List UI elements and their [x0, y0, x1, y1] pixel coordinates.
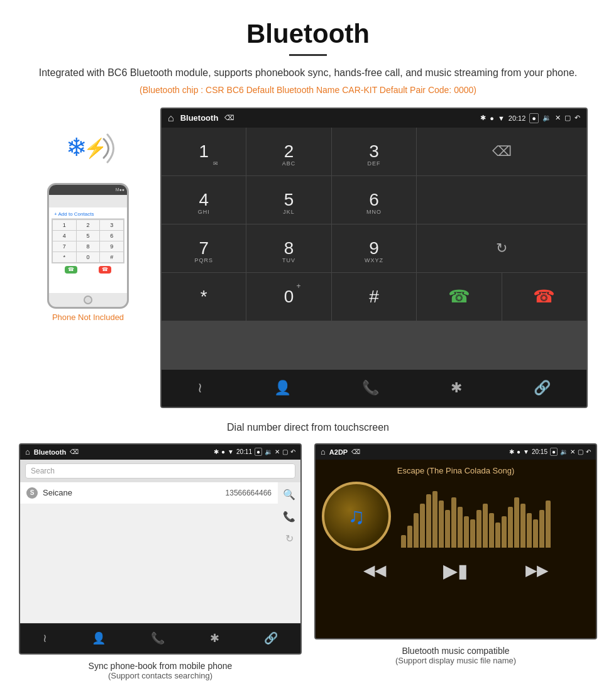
- pb-volume-icon[interactable]: 🔉: [265, 448, 272, 455]
- music-prev-icon[interactable]: ◀◀: [363, 562, 386, 579]
- pb-nav-phone[interactable]: 📞: [151, 631, 165, 645]
- music-screen: ⌂ A2DP ⌫ ✱ ● ▼ 20:15 ● 🔉 ✕ ▢ ↶ E: [314, 443, 597, 639]
- pb-nav-link[interactable]: 🔗: [264, 631, 278, 645]
- close-icon[interactable]: ✕: [555, 114, 561, 122]
- pb-window-icon[interactable]: ▢: [282, 448, 288, 455]
- music-camera-icon[interactable]: ●: [550, 448, 558, 456]
- dial-key-hash[interactable]: #: [332, 273, 416, 321]
- music-caption-sub: (Support display music file name): [314, 656, 597, 665]
- phonebook-action-col: 🔍 📞 ↻: [278, 482, 300, 545]
- eq-bar: [539, 510, 544, 548]
- dial-call-red[interactable]: ☎: [502, 273, 586, 321]
- pb-refresh-icon[interactable]: ↻: [285, 533, 294, 545]
- eq-bar: [489, 513, 494, 548]
- dial-key-5[interactable]: 5 JKL: [246, 176, 331, 224]
- music-statusbar-right: ✱ ● ▼ 20:15 ● 🔉 ✕ ▢ ↶: [509, 448, 591, 456]
- pb-phone-icon[interactable]: 📞: [283, 511, 295, 523]
- statusbar-left: ⌂ Bluetooth ⌫: [168, 113, 234, 124]
- music-home-icon[interactable]: ⌂: [321, 447, 326, 456]
- dial-section: ❄ ⚡ M●● + Add to Contacts 1 2 3: [0, 108, 616, 408]
- pb-close-icon[interactable]: ✕: [275, 448, 280, 455]
- back-icon[interactable]: ↶: [575, 114, 580, 122]
- eq-bar: [445, 510, 450, 548]
- phone-numpad: 1 2 3 4 5 6 7 8 9 * 0 #: [52, 219, 124, 263]
- nav-link-icon[interactable]: 🔗: [534, 380, 551, 396]
- music-back-icon[interactable]: ↶: [586, 448, 591, 455]
- page-title: Bluetooth: [38, 19, 578, 49]
- dial-key-7[interactable]: 7 PQRS: [162, 224, 246, 272]
- android-statusbar: ⌂ Bluetooth ⌫ ✱ ● ▼ 20:12 ● 🔉 ✕ ▢ ↶: [162, 109, 586, 128]
- search-input[interactable]: Search: [25, 463, 295, 479]
- nav-phone-icon[interactable]: 📞: [362, 380, 379, 396]
- music-play-pause-icon[interactable]: ▶▮: [443, 560, 468, 582]
- music-volume-icon[interactable]: 🔉: [560, 448, 568, 455]
- android-bottom-nav: ≀ 👤 📞 ✱ 🔗: [162, 369, 586, 407]
- pb-bottom-nav: ≀ 👤 📞 ✱ 🔗: [20, 623, 300, 653]
- eq-bar: [476, 510, 481, 548]
- music-controls: ◀◀ ▶▮ ▶▶: [322, 551, 590, 582]
- dial-key-9[interactable]: 9 WXYZ: [332, 224, 416, 272]
- music-song-title: Escape (The Pina Colada Song): [397, 466, 514, 475]
- dial-key-star[interactable]: *: [162, 273, 246, 321]
- dial-key-0[interactable]: 0 +: [246, 273, 331, 321]
- dial-grid: 1 ✉ 2 ABC 3 DEF ⌫ 4 GHI 5 JKL: [162, 128, 586, 369]
- pb-nav-bt[interactable]: ✱: [210, 631, 219, 645]
- home-circle: [84, 296, 92, 304]
- music-next-icon[interactable]: ▶▶: [525, 562, 548, 579]
- home-icon[interactable]: ⌂: [168, 113, 174, 124]
- pb-home-icon[interactable]: ⌂: [25, 447, 30, 456]
- pb-nav-apps[interactable]: ≀: [43, 631, 47, 645]
- contact-row[interactable]: S Seicane 13566664466: [20, 482, 278, 504]
- album-bt-icon: ♫: [348, 503, 365, 529]
- music-close-icon[interactable]: ✕: [570, 448, 575, 455]
- dial-call-green[interactable]: ☎: [417, 273, 501, 321]
- header-description: Integrated with BC6 Bluetooth module, su…: [38, 65, 578, 81]
- volume-icon[interactable]: 🔉: [542, 114, 551, 122]
- pb-back-icon[interactable]: ↶: [290, 448, 295, 455]
- dial-refresh[interactable]: ↻: [417, 224, 586, 272]
- eq-bar: [420, 504, 425, 548]
- music-time: 20:15: [532, 448, 547, 455]
- contact-number: 13566664466: [226, 489, 272, 497]
- music-window-icon[interactable]: ▢: [578, 448, 583, 455]
- dial-key-4[interactable]: 4 GHI: [162, 176, 246, 224]
- pb-search-icon[interactable]: 🔍: [283, 489, 295, 501]
- eq-bar: [439, 501, 444, 548]
- bluetooth-icon-area: ❄ ⚡: [60, 126, 116, 177]
- nav-bluetooth-icon[interactable]: ✱: [451, 380, 462, 396]
- eq-bar: [401, 535, 406, 548]
- music-screenshot-block: ⌂ A2DP ⌫ ✱ ● ▼ 20:15 ● 🔉 ✕ ▢ ↶ E: [314, 443, 597, 680]
- camera-icon[interactable]: ●: [529, 113, 539, 123]
- music-caption: Bluetooth music compatible: [314, 639, 597, 656]
- contacts-list: S Seicane 13566664466: [20, 482, 278, 504]
- eq-bar: [533, 519, 538, 548]
- nav-apps-icon[interactable]: ≀: [197, 380, 202, 396]
- phonebook-screen: ⌂ Bluetooth ⌫ ✱ ● ▼ 20:11 ● 🔉 ✕ ▢ ↶: [19, 443, 302, 655]
- refresh-icon: ↻: [496, 240, 507, 257]
- pb-camera-icon[interactable]: ●: [255, 448, 262, 456]
- eq-bar: [464, 516, 469, 548]
- phone-mockup: M●● + Add to Contacts 1 2 3 4 5 6 7 8 9 …: [47, 183, 129, 309]
- eq-bar: [546, 501, 551, 548]
- dial-key-3[interactable]: 3 DEF: [332, 128, 416, 175]
- dial-key-1[interactable]: 1 ✉: [162, 128, 246, 175]
- dial-key-2[interactable]: 2 ABC: [246, 128, 331, 175]
- phone-call-red[interactable]: ☎: [99, 266, 111, 274]
- pb-signal-icon: ▼: [228, 448, 234, 455]
- dial-key-8[interactable]: 8 TUV: [246, 224, 331, 272]
- phone-call-green[interactable]: ☎: [65, 266, 77, 274]
- phonebook-list: S Seicane 13566664466: [20, 482, 278, 545]
- phonebook-caption: Sync phone-book from mobile phone: [19, 655, 302, 671]
- window-icon[interactable]: ▢: [564, 114, 571, 122]
- pb-statusbar-title: Bluetooth: [34, 448, 66, 456]
- dial-empty-2: [417, 176, 586, 224]
- pb-nav-contacts[interactable]: 👤: [92, 631, 106, 645]
- music-usb-icon: ⌫: [351, 448, 360, 455]
- phone-home-button[interactable]: [49, 293, 127, 307]
- phone-screen: + Add to Contacts 1 2 3 4 5 6 7 8 9 * 0 …: [49, 207, 127, 293]
- dial-key-6[interactable]: 6 MNO: [332, 176, 416, 224]
- dial-backspace[interactable]: ⌫: [417, 128, 586, 175]
- add-contact-button[interactable]: + Add to Contacts: [52, 210, 124, 219]
- nav-contacts-icon[interactable]: 👤: [274, 380, 291, 396]
- phonebook-body: Search S Seicane 13566664466 🔍: [20, 460, 300, 623]
